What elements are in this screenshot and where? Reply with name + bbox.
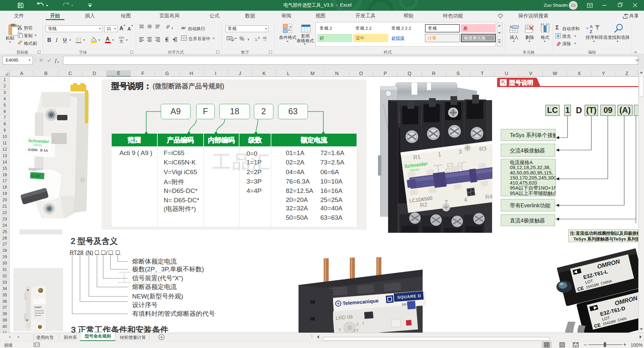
svg-text:3: 3 [338,328,341,332]
svg-text:R2: R2 [420,201,428,209]
svg-text:R1: R1 [413,154,421,161]
svg-text:R4: R4 [485,193,492,201]
svg-text:Electric: Electric [34,143,42,147]
svg-text:.00: .00 [255,39,258,41]
svg-text:A: A [590,24,593,29]
svg-text:→.0: →.0 [262,39,266,41]
svg-text:0: 0 [356,322,359,326]
svg-text:1: 1 [362,321,365,325]
svg-text:f: f [55,58,57,63]
svg-text:ab: ab [181,26,185,30]
svg-text:O.OF: O.OF [32,173,41,178]
svg-text:3.5: 3.5 [353,328,358,333]
svg-text:CHNT: CHNT [34,306,42,309]
svg-text:ab: ab [165,25,171,29]
svg-text:x: x [57,60,59,64]
svg-text:¥: ¥ [231,39,233,42]
svg-text:Z: Z [590,29,592,34]
svg-text:R3: R3 [479,145,487,153]
